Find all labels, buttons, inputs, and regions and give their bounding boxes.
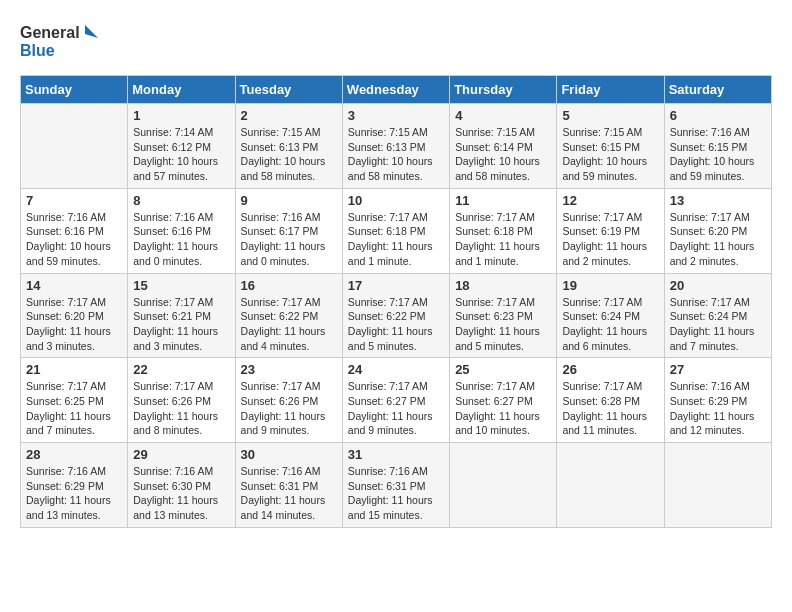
day-info: Sunrise: 7:17 AMSunset: 6:26 PMDaylight:… [133,379,229,438]
day-number: 24 [348,362,444,377]
day-number: 2 [241,108,337,123]
calendar-day-cell: 13Sunrise: 7:17 AMSunset: 6:20 PMDayligh… [664,188,771,273]
calendar-day-cell: 24Sunrise: 7:17 AMSunset: 6:27 PMDayligh… [342,358,449,443]
logo-svg: GeneralBlue [20,20,100,65]
day-info: Sunrise: 7:17 AMSunset: 6:22 PMDaylight:… [241,295,337,354]
day-info: Sunrise: 7:16 AMSunset: 6:31 PMDaylight:… [348,464,444,523]
day-number: 8 [133,193,229,208]
day-number: 18 [455,278,551,293]
calendar-day-cell: 28Sunrise: 7:16 AMSunset: 6:29 PMDayligh… [21,443,128,528]
day-info: Sunrise: 7:17 AMSunset: 6:21 PMDaylight:… [133,295,229,354]
day-info: Sunrise: 7:15 AMSunset: 6:14 PMDaylight:… [455,125,551,184]
day-info: Sunrise: 7:17 AMSunset: 6:20 PMDaylight:… [26,295,122,354]
svg-text:General: General [20,24,80,41]
calendar-day-cell: 2Sunrise: 7:15 AMSunset: 6:13 PMDaylight… [235,104,342,189]
day-info: Sunrise: 7:16 AMSunset: 6:29 PMDaylight:… [670,379,766,438]
weekday-header: Friday [557,76,664,104]
calendar-body: 1Sunrise: 7:14 AMSunset: 6:12 PMDaylight… [21,104,772,528]
day-number: 13 [670,193,766,208]
day-info: Sunrise: 7:16 AMSunset: 6:29 PMDaylight:… [26,464,122,523]
day-info: Sunrise: 7:17 AMSunset: 6:28 PMDaylight:… [562,379,658,438]
day-number: 28 [26,447,122,462]
weekday-header: Sunday [21,76,128,104]
day-number: 11 [455,193,551,208]
day-info: Sunrise: 7:17 AMSunset: 6:27 PMDaylight:… [348,379,444,438]
day-info: Sunrise: 7:17 AMSunset: 6:22 PMDaylight:… [348,295,444,354]
calendar-day-cell: 15Sunrise: 7:17 AMSunset: 6:21 PMDayligh… [128,273,235,358]
calendar-day-cell: 23Sunrise: 7:17 AMSunset: 6:26 PMDayligh… [235,358,342,443]
day-number: 6 [670,108,766,123]
day-info: Sunrise: 7:17 AMSunset: 6:19 PMDaylight:… [562,210,658,269]
calendar-day-cell: 4Sunrise: 7:15 AMSunset: 6:14 PMDaylight… [450,104,557,189]
day-info: Sunrise: 7:16 AMSunset: 6:16 PMDaylight:… [26,210,122,269]
day-number: 16 [241,278,337,293]
day-info: Sunrise: 7:17 AMSunset: 6:20 PMDaylight:… [670,210,766,269]
day-info: Sunrise: 7:17 AMSunset: 6:26 PMDaylight:… [241,379,337,438]
calendar-day-cell: 11Sunrise: 7:17 AMSunset: 6:18 PMDayligh… [450,188,557,273]
calendar-day-cell [450,443,557,528]
svg-text:Blue: Blue [20,42,55,59]
calendar-table: SundayMondayTuesdayWednesdayThursdayFrid… [20,75,772,528]
day-info: Sunrise: 7:14 AMSunset: 6:12 PMDaylight:… [133,125,229,184]
calendar-day-cell: 31Sunrise: 7:16 AMSunset: 6:31 PMDayligh… [342,443,449,528]
day-info: Sunrise: 7:16 AMSunset: 6:31 PMDaylight:… [241,464,337,523]
day-number: 12 [562,193,658,208]
day-info: Sunrise: 7:16 AMSunset: 6:16 PMDaylight:… [133,210,229,269]
calendar-day-cell: 1Sunrise: 7:14 AMSunset: 6:12 PMDaylight… [128,104,235,189]
calendar-week-row: 7Sunrise: 7:16 AMSunset: 6:16 PMDaylight… [21,188,772,273]
day-number: 5 [562,108,658,123]
day-info: Sunrise: 7:17 AMSunset: 6:25 PMDaylight:… [26,379,122,438]
day-number: 1 [133,108,229,123]
page-header: GeneralBlue [20,20,772,65]
day-info: Sunrise: 7:16 AMSunset: 6:15 PMDaylight:… [670,125,766,184]
day-info: Sunrise: 7:16 AMSunset: 6:30 PMDaylight:… [133,464,229,523]
calendar-day-cell: 17Sunrise: 7:17 AMSunset: 6:22 PMDayligh… [342,273,449,358]
day-number: 3 [348,108,444,123]
calendar-day-cell: 5Sunrise: 7:15 AMSunset: 6:15 PMDaylight… [557,104,664,189]
calendar-day-cell: 29Sunrise: 7:16 AMSunset: 6:30 PMDayligh… [128,443,235,528]
calendar-week-row: 14Sunrise: 7:17 AMSunset: 6:20 PMDayligh… [21,273,772,358]
day-number: 15 [133,278,229,293]
day-number: 17 [348,278,444,293]
calendar-day-cell: 18Sunrise: 7:17 AMSunset: 6:23 PMDayligh… [450,273,557,358]
calendar-day-cell: 9Sunrise: 7:16 AMSunset: 6:17 PMDaylight… [235,188,342,273]
weekday-header: Thursday [450,76,557,104]
day-info: Sunrise: 7:15 AMSunset: 6:13 PMDaylight:… [241,125,337,184]
day-number: 25 [455,362,551,377]
calendar-day-cell: 19Sunrise: 7:17 AMSunset: 6:24 PMDayligh… [557,273,664,358]
svg-marker-2 [85,25,98,38]
day-number: 27 [670,362,766,377]
calendar-day-cell: 6Sunrise: 7:16 AMSunset: 6:15 PMDaylight… [664,104,771,189]
calendar-header-row: SundayMondayTuesdayWednesdayThursdayFrid… [21,76,772,104]
calendar-week-row: 1Sunrise: 7:14 AMSunset: 6:12 PMDaylight… [21,104,772,189]
day-info: Sunrise: 7:17 AMSunset: 6:18 PMDaylight:… [348,210,444,269]
day-number: 20 [670,278,766,293]
calendar-day-cell: 20Sunrise: 7:17 AMSunset: 6:24 PMDayligh… [664,273,771,358]
day-number: 19 [562,278,658,293]
calendar-day-cell: 16Sunrise: 7:17 AMSunset: 6:22 PMDayligh… [235,273,342,358]
weekday-header: Monday [128,76,235,104]
day-number: 4 [455,108,551,123]
calendar-day-cell [21,104,128,189]
day-number: 31 [348,447,444,462]
calendar-day-cell: 10Sunrise: 7:17 AMSunset: 6:18 PMDayligh… [342,188,449,273]
calendar-day-cell: 7Sunrise: 7:16 AMSunset: 6:16 PMDaylight… [21,188,128,273]
calendar-day-cell: 14Sunrise: 7:17 AMSunset: 6:20 PMDayligh… [21,273,128,358]
calendar-week-row: 21Sunrise: 7:17 AMSunset: 6:25 PMDayligh… [21,358,772,443]
day-info: Sunrise: 7:17 AMSunset: 6:27 PMDaylight:… [455,379,551,438]
day-number: 29 [133,447,229,462]
day-number: 26 [562,362,658,377]
calendar-day-cell: 8Sunrise: 7:16 AMSunset: 6:16 PMDaylight… [128,188,235,273]
day-info: Sunrise: 7:17 AMSunset: 6:18 PMDaylight:… [455,210,551,269]
calendar-day-cell: 25Sunrise: 7:17 AMSunset: 6:27 PMDayligh… [450,358,557,443]
day-number: 30 [241,447,337,462]
calendar-day-cell: 3Sunrise: 7:15 AMSunset: 6:13 PMDaylight… [342,104,449,189]
day-number: 9 [241,193,337,208]
day-info: Sunrise: 7:16 AMSunset: 6:17 PMDaylight:… [241,210,337,269]
calendar-day-cell: 22Sunrise: 7:17 AMSunset: 6:26 PMDayligh… [128,358,235,443]
day-info: Sunrise: 7:15 AMSunset: 6:15 PMDaylight:… [562,125,658,184]
day-number: 7 [26,193,122,208]
logo: GeneralBlue [20,20,100,65]
day-number: 21 [26,362,122,377]
day-info: Sunrise: 7:17 AMSunset: 6:24 PMDaylight:… [670,295,766,354]
